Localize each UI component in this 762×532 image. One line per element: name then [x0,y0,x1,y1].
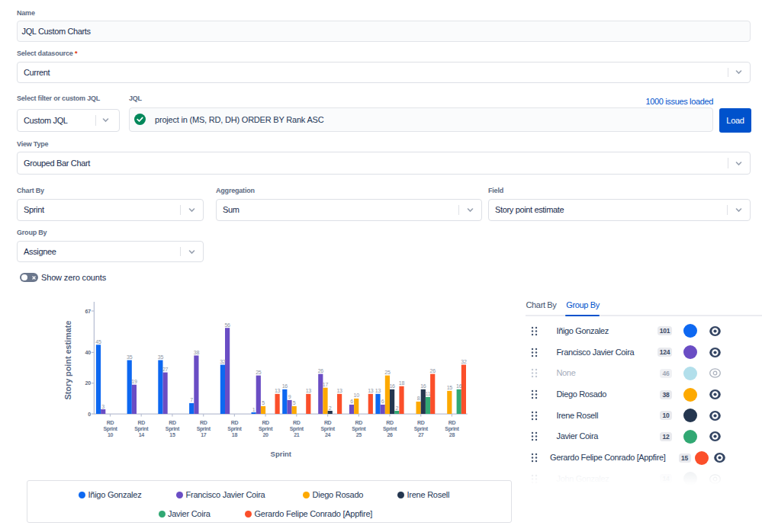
svg-text:RD: RD [107,420,114,425]
svg-text:18: 18 [399,380,405,386]
svg-text:27: 27 [162,367,169,372]
svg-text:6: 6 [350,399,353,404]
svg-text:24: 24 [325,432,331,437]
svg-text:13: 13 [275,388,281,393]
svg-text:28: 28 [449,432,455,437]
svg-text:27: 27 [418,432,424,437]
svg-text:16: 16 [389,383,395,389]
svg-text:26: 26 [387,432,393,437]
svg-text:13: 13 [368,388,374,393]
svg-text:16: 16 [456,383,462,389]
svg-text:16: 16 [420,383,426,389]
svg-text:32: 32 [461,359,467,364]
svg-text:RD: RD [137,420,145,425]
svg-text:40: 40 [85,350,92,355]
svg-text:25: 25 [384,370,391,375]
svg-text:RD: RD [200,420,207,425]
svg-text:15: 15 [447,385,453,390]
svg-text:RD: RD [231,420,239,425]
svg-text:9: 9 [288,394,291,399]
svg-text:13: 13 [375,388,381,393]
svg-text:Sprint: Sprint [271,450,292,458]
svg-text:RD: RD [417,420,425,425]
svg-text:RD: RD [262,420,269,425]
svg-text:RD: RD [293,420,301,425]
svg-text:18: 18 [232,432,238,437]
svg-text:2: 2 [395,405,398,411]
svg-text:RD: RD [324,420,332,425]
svg-text:20: 20 [263,432,269,437]
svg-text:56: 56 [224,322,230,328]
svg-text:16: 16 [282,383,288,389]
svg-text:17: 17 [201,432,207,437]
svg-text:26: 26 [430,368,436,373]
svg-text:11: 11 [426,391,431,396]
svg-text:32: 32 [220,359,226,364]
svg-text:13: 13 [306,388,312,393]
svg-text:25: 25 [256,370,262,375]
svg-text:2: 2 [329,405,332,411]
svg-text:5: 5 [293,400,296,405]
svg-text:6: 6 [381,399,384,404]
svg-text:RD: RD [449,420,456,425]
svg-text:7: 7 [190,397,193,402]
svg-text:38: 38 [194,350,200,355]
svg-text:35: 35 [127,354,133,360]
svg-text:5: 5 [262,400,265,405]
svg-text:8: 8 [417,396,420,401]
svg-text:45: 45 [95,339,101,345]
svg-text:17: 17 [323,382,329,387]
svg-text:1: 1 [252,407,256,412]
svg-text:67: 67 [85,309,92,314]
svg-text:20: 20 [85,380,92,386]
svg-text:10: 10 [108,432,114,437]
svg-text:14: 14 [139,432,145,437]
svg-text:RD: RD [169,420,176,425]
svg-text:26: 26 [318,368,324,373]
svg-text:15: 15 [169,432,175,437]
svg-text:21: 21 [294,432,300,437]
svg-text:13: 13 [336,388,342,393]
svg-text:35: 35 [158,354,164,360]
svg-text:3: 3 [101,404,104,409]
svg-text:10: 10 [354,393,360,398]
svg-text:25: 25 [356,432,362,437]
svg-text:Story point estimate: Story point estimate [63,321,72,400]
svg-text:0: 0 [88,412,91,417]
svg-text:19: 19 [131,379,137,384]
svg-text:RD: RD [355,420,363,425]
svg-text:RD: RD [386,420,394,425]
